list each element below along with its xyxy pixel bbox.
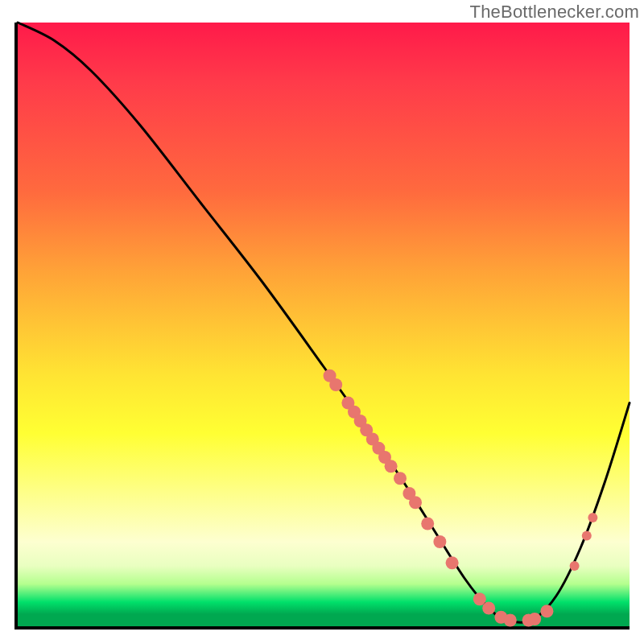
data-point-marker: [385, 460, 398, 473]
data-point-marker: [446, 556, 459, 569]
data-point-marker: [473, 592, 486, 605]
curve-layer: [18, 23, 630, 626]
watermark-label: TheBottlenecker.com: [470, 2, 639, 23]
curve-markers: [324, 369, 598, 627]
data-point-marker: [394, 472, 407, 485]
data-point-marker: [588, 513, 597, 522]
data-point-marker: [540, 605, 553, 617]
bottleneck-curve: [18, 23, 630, 622]
data-point-marker: [582, 531, 592, 541]
data-point-marker: [528, 613, 541, 625]
data-point-marker: [570, 561, 580, 571]
data-point-marker: [482, 602, 495, 615]
data-point-marker: [421, 518, 434, 530]
plot-area: [14, 23, 630, 630]
data-point-marker: [504, 614, 517, 627]
data-point-marker: [329, 378, 342, 391]
data-point-marker: [433, 535, 446, 548]
chart-root: TheBottlenecker.com: [0, 0, 644, 644]
data-point-marker: [409, 496, 422, 509]
